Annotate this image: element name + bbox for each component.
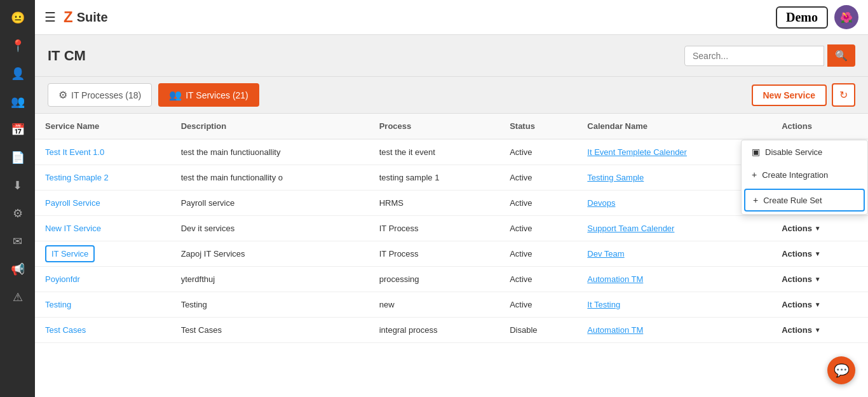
col-description: Description <box>171 114 369 139</box>
processes-tab-icon: ⚙ <box>58 89 67 101</box>
cell-status: Active <box>499 165 577 191</box>
dropdown-item[interactable]: ▣Disable Service <box>742 140 867 163</box>
tab-it-processes[interactable]: ⚙ IT Processes (18) <box>48 83 152 107</box>
service-name-link[interactable]: Test Cases <box>45 325 86 335</box>
dropdown-item[interactable]: +Create Rule Set <box>744 189 865 212</box>
calendar-link[interactable]: It Event Templete Calender <box>587 147 687 157</box>
tab-it-processes-label: IT Processes (18) <box>71 90 141 100</box>
dropdown-item-icon: ▣ <box>752 147 760 157</box>
cell-service-name: Testing <box>35 292 171 318</box>
cell-process: testing sample 1 <box>369 165 499 191</box>
cell-service-name: Test Cases <box>35 318 171 343</box>
service-name-link[interactable]: IT Service <box>45 245 95 262</box>
cell-calendar: Automation TM <box>577 267 771 292</box>
logo-area: Z Suite <box>64 8 776 26</box>
hamburger-button[interactable]: ☰ <box>44 10 56 25</box>
sidebar-warning-icon[interactable]: ⚠ <box>6 286 29 309</box>
cell-description: Test Cases <box>171 318 369 343</box>
calendar-link[interactable]: Support Team Calender <box>587 224 674 233</box>
dropdown-item-icon: + <box>753 195 758 205</box>
cell-process: IT Process <box>369 216 499 241</box>
cell-description: test the main functiuonallity <box>171 139 369 165</box>
service-name-link[interactable]: Testing <box>45 300 71 309</box>
cell-calendar: Dev Team <box>577 241 771 267</box>
dropdown-item-label: Create Rule Set <box>763 196 822 205</box>
actions-button[interactable]: Actions <box>782 300 821 309</box>
cell-service-name: New IT Service <box>35 216 171 241</box>
dropdown-item[interactable]: +Create Integration <box>742 163 867 186</box>
calendar-link[interactable]: Automation TM <box>587 274 643 284</box>
actions-button[interactable]: Actions <box>782 249 821 259</box>
tabs-left: ⚙ IT Processes (18) 👥 IT Services (21) <box>48 83 259 107</box>
cell-service-name: Poyionfdr <box>35 267 171 292</box>
sidebar-download-icon[interactable]: ⬇ <box>6 174 29 197</box>
col-calendar-name: Calendar Name <box>577 114 771 139</box>
sidebar-location-icon[interactable]: 📍 <box>6 34 29 57</box>
sidebar-settings-icon[interactable]: ⚙ <box>6 202 29 225</box>
sidebar-calendar-icon[interactable]: 📅 <box>6 118 29 141</box>
services-table: Service Name Description Process Status … <box>35 114 868 343</box>
search-input[interactable] <box>684 46 824 66</box>
calendar-link[interactable]: It Testing <box>587 300 620 309</box>
sidebar-message-icon[interactable]: ✉ <box>6 230 29 253</box>
page-title: IT CM <box>48 48 86 64</box>
sidebar-document-icon[interactable]: 📄 <box>6 146 29 169</box>
actions-dropdown-menu: ▣Disable Service+Create Integration+Crea… <box>741 140 868 215</box>
cell-actions: Actions <box>771 318 868 343</box>
sidebar-face-icon[interactable]: 😐 <box>6 6 29 29</box>
calendar-link[interactable]: Dev Team <box>587 249 624 259</box>
actions-button[interactable]: Actions <box>782 274 821 284</box>
sidebar-megaphone-icon[interactable]: 📢 <box>6 258 29 281</box>
chat-bubble[interactable]: 💬 <box>827 356 855 384</box>
table-row: New IT ServiceDev it servicesIT ProcessA… <box>35 216 868 241</box>
tab-bar: ⚙ IT Processes (18) 👥 IT Services (21) N… <box>35 77 868 114</box>
top-nav: ☰ Z Suite Demo 🌺 <box>35 0 868 35</box>
cell-description: yterdfthuj <box>171 267 369 292</box>
tab-it-services-label: IT Services (21) <box>186 90 248 100</box>
new-service-button[interactable]: New Service <box>752 84 827 106</box>
cell-calendar: It Testing <box>577 292 771 318</box>
refresh-button[interactable]: ↻ <box>832 83 855 107</box>
table-row: PoyionfdryterdfthujprocessingActiveAutom… <box>35 267 868 292</box>
cell-process: HRMS <box>369 191 499 216</box>
cell-status: Active <box>499 241 577 267</box>
cell-actions: Actions▣Disable Service+Create Integrati… <box>771 139 868 165</box>
actions-button[interactable]: Actions <box>782 325 821 335</box>
service-name-link[interactable]: New IT Service <box>45 224 101 233</box>
cell-status: Disable <box>499 318 577 343</box>
calendar-link[interactable]: Testing Sample <box>587 173 644 182</box>
cell-process: new <box>369 292 499 318</box>
sidebar-group-icon[interactable]: 👥 <box>6 90 29 113</box>
search-area: 🔍 <box>684 44 855 67</box>
cell-process: test the it event <box>369 139 499 165</box>
actions-button[interactable]: Actions <box>782 224 821 233</box>
search-button[interactable]: 🔍 <box>827 44 855 67</box>
calendar-link[interactable]: Devops <box>587 198 615 208</box>
tab-it-services[interactable]: 👥 IT Services (21) <box>158 83 259 107</box>
cell-process: integral process <box>369 318 499 343</box>
table-header-row: Service Name Description Process Status … <box>35 114 868 139</box>
col-process: Process <box>369 114 499 139</box>
service-name-link[interactable]: Testing Smaple 2 <box>45 173 109 182</box>
service-name-link[interactable]: Poyionfdr <box>45 274 80 284</box>
cell-process: processing <box>369 267 499 292</box>
content-area: IT CM 🔍 ⚙ IT Processes (18) 👥 IT Service… <box>35 35 868 397</box>
table-row: Test It Event 1.0test the main functiuon… <box>35 139 868 165</box>
service-name-link[interactable]: Payroll Service <box>45 198 100 208</box>
cell-service-name: Testing Smaple 2 <box>35 165 171 191</box>
cell-status: Active <box>499 216 577 241</box>
main-wrapper: ☰ Z Suite Demo 🌺 IT CM 🔍 ⚙ IT Processes … <box>35 0 868 397</box>
dropdown-item-label: Disable Service <box>765 147 822 157</box>
services-tab-icon: 👥 <box>169 89 182 101</box>
calendar-link[interactable]: Automation TM <box>587 325 643 335</box>
sidebar-person-icon[interactable]: 👤 <box>6 62 29 85</box>
service-name-link[interactable]: Test It Event 1.0 <box>45 147 104 157</box>
avatar[interactable]: 🌺 <box>834 5 858 29</box>
logo-suite: Suite <box>77 10 108 25</box>
cell-status: Active <box>499 267 577 292</box>
page-header: IT CM 🔍 <box>35 35 868 77</box>
demo-badge: Demo <box>776 6 828 29</box>
cell-description: Testing <box>171 292 369 318</box>
cell-process: IT Process <box>369 241 499 267</box>
logo-z: Z <box>64 8 73 26</box>
